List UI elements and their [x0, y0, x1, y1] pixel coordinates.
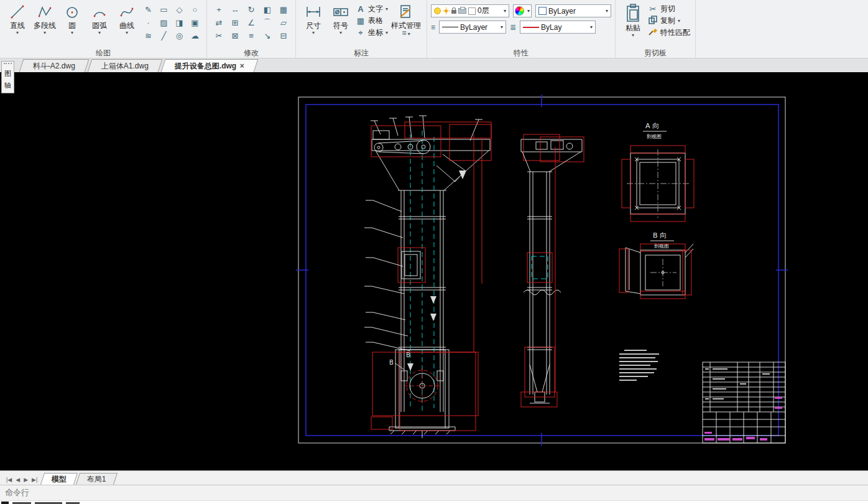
- arc-button[interactable]: 圆弧 ▾: [86, 1, 113, 35]
- command-line-panel[interactable]: 命令行: [0, 485, 868, 500]
- style-manager-button[interactable]: 样式管理 ≡ ▾: [389, 1, 423, 37]
- chamfer-icon[interactable]: ∠: [243, 16, 259, 29]
- fillet-icon[interactable]: ⌒: [259, 16, 275, 29]
- chevron-down-icon[interactable]: ▾: [678, 18, 680, 24]
- layer-select[interactable]: 0层 ▾: [431, 4, 509, 17]
- chevron-down-icon[interactable]: ▾: [312, 30, 315, 35]
- palette-sheet-button[interactable]: 图: [2, 68, 14, 80]
- doc-tab-shangxiangti[interactable]: 上箱体A1.dwg: [88, 59, 163, 72]
- explode-icon[interactable]: ≡: [243, 29, 259, 42]
- ribbon-group-clipboard: 粘贴 ▾ ✂ 剪切 复制 ▾ 特性匹配 剪切板: [616, 0, 696, 58]
- wave-line-icon[interactable]: ≋: [141, 29, 156, 42]
- chevron-down-icon[interactable]: ▾: [504, 8, 506, 14]
- chevron-down-icon[interactable]: ▾: [527, 8, 530, 14]
- chevron-down-icon[interactable]: ▾: [16, 30, 19, 35]
- palette-axis-button[interactable]: 轴: [2, 80, 14, 91]
- trim-icon[interactable]: ✂: [211, 29, 227, 42]
- layout1-tab[interactable]: 布局1: [76, 473, 118, 485]
- mirror-icon[interactable]: ◧: [259, 3, 275, 16]
- chevron-down-icon[interactable]: ▾: [408, 31, 410, 37]
- erase-icon[interactable]: ⊟: [275, 29, 292, 42]
- text-label: 文字: [368, 4, 383, 14]
- copy-button[interactable]: 复制 ▾: [648, 15, 690, 27]
- doc-tab-tisheng-active[interactable]: 提升设备总图.dwg ×: [161, 59, 259, 72]
- properties-menu-icon[interactable]: ≡: [431, 23, 435, 32]
- dimension-icon: [305, 2, 321, 21]
- close-tab-icon[interactable]: ×: [240, 60, 244, 72]
- view-a-title: A 向: [645, 122, 659, 130]
- command-prompt-partial[interactable]: [0, 500, 868, 504]
- construction-line-icon[interactable]: ╱: [156, 29, 172, 42]
- array-icon[interactable]: ▦: [275, 3, 292, 16]
- chevron-down-icon[interactable]: ▾: [606, 8, 608, 14]
- coordinate-button[interactable]: ⌖ 坐标 ▾: [356, 27, 388, 39]
- chevron-down-icon[interactable]: ▾: [98, 30, 101, 35]
- sheet-frame: [296, 95, 788, 446]
- last-tab-icon[interactable]: ▶|: [32, 477, 37, 483]
- offset-icon[interactable]: ⇄: [211, 16, 227, 29]
- point-icon[interactable]: ∙: [141, 16, 156, 29]
- gradient-icon[interactable]: ◨: [172, 16, 187, 29]
- text-button[interactable]: A 文字 ▾: [356, 3, 388, 15]
- cut-button[interactable]: ✂ 剪切: [648, 3, 690, 15]
- polygon-icon[interactable]: ◇: [172, 3, 187, 16]
- scissors-icon: ✂: [648, 4, 658, 14]
- chevron-down-icon[interactable]: ▾: [386, 30, 388, 35]
- layout-tab-bar: |◀ ◀ ▶ ▶| 模型 布局1: [0, 470, 868, 485]
- rotate-icon[interactable]: ↻: [243, 3, 259, 16]
- draw-tool-cluster: ✎ ▭ ◇ ○ ∙ ▨ ◨ ▣ ≋ ╱ ◎ ☁: [141, 3, 203, 42]
- layer-override-select[interactable]: ByLayer ▾: [535, 4, 611, 17]
- hatch-icon[interactable]: ▨: [156, 16, 172, 29]
- copy-tool-icon[interactable]: ⊞: [227, 16, 243, 29]
- palette-grip[interactable]: [4, 63, 12, 67]
- color-select[interactable]: ▾: [513, 4, 532, 17]
- chevron-down-icon[interactable]: ▾: [44, 30, 46, 35]
- model-tab[interactable]: 模型: [40, 473, 78, 485]
- layer-plot-icon: [458, 8, 466, 14]
- lineweight-select[interactable]: ByLay ▾: [520, 21, 596, 34]
- scale-icon[interactable]: ▱: [275, 16, 292, 29]
- region-icon[interactable]: ▣: [187, 16, 203, 29]
- spline-icon: [119, 2, 134, 21]
- arc-icon: [92, 2, 107, 21]
- polyline-button[interactable]: 多段线 ▾: [31, 1, 58, 35]
- title-block: [703, 362, 785, 443]
- chevron-down-icon[interactable]: ▾: [386, 6, 388, 12]
- chevron-down-icon[interactable]: ▾: [126, 30, 128, 35]
- symbol-button[interactable]: 符号 ▾: [327, 1, 354, 35]
- drawing-canvas[interactable]: B B: [0, 72, 868, 470]
- revision-cloud-icon[interactable]: ☁: [187, 29, 203, 42]
- sketch-icon[interactable]: ✎: [141, 3, 156, 16]
- command-line-label: 命令行: [5, 487, 29, 498]
- next-tab-icon[interactable]: ▶: [24, 477, 28, 483]
- doc-tab-liaodou[interactable]: 料斗-A2.dwg: [19, 59, 90, 72]
- rectangle-icon[interactable]: ▭: [156, 3, 172, 16]
- menu-icon[interactable]: ≡: [402, 29, 406, 37]
- line-button[interactable]: 直线 ▾: [4, 1, 31, 35]
- ribbon-group-modify: + ↔ ↻ ◧ ▦ ⇄ ⊞ ∠ ⌒ ▱ ✂ ⊠ ≡ ↘ ⊟ 修改: [207, 0, 296, 58]
- circle-button[interactable]: 圆 ▾: [58, 1, 86, 35]
- donut-icon[interactable]: ◎: [172, 29, 187, 42]
- extend-icon[interactable]: ↘: [259, 29, 275, 42]
- dimension-button[interactable]: 尺寸 ▾: [300, 1, 327, 35]
- break-icon[interactable]: ⊠: [227, 29, 243, 42]
- side-view: [521, 134, 584, 407]
- move-icon[interactable]: +: [211, 3, 227, 16]
- drawing-sheet-svg: B B: [0, 72, 868, 470]
- chevron-down-icon[interactable]: ▾: [339, 30, 342, 35]
- prev-tab-icon[interactable]: ◀: [16, 477, 20, 483]
- table-button[interactable]: ▦ 表格: [356, 15, 388, 27]
- match-properties-button[interactable]: 特性匹配: [648, 27, 690, 39]
- stretch-icon[interactable]: ↔: [227, 3, 243, 16]
- lineweight-list-icon[interactable]: ≣: [510, 23, 516, 32]
- first-tab-icon[interactable]: |◀: [6, 477, 12, 483]
- paste-button[interactable]: 粘贴 ▾: [619, 1, 647, 38]
- chevron-down-icon[interactable]: ▾: [71, 30, 73, 35]
- linetype-sample-icon: [442, 27, 458, 27]
- chevron-down-icon[interactable]: ▾: [590, 24, 593, 30]
- ellipse-icon[interactable]: ○: [187, 3, 203, 16]
- chevron-down-icon[interactable]: ▾: [632, 33, 634, 38]
- chevron-down-icon[interactable]: ▾: [501, 24, 503, 30]
- linetype-select[interactable]: ByLayer ▾: [439, 21, 506, 34]
- spline-button[interactable]: 曲线 ▾: [113, 1, 141, 35]
